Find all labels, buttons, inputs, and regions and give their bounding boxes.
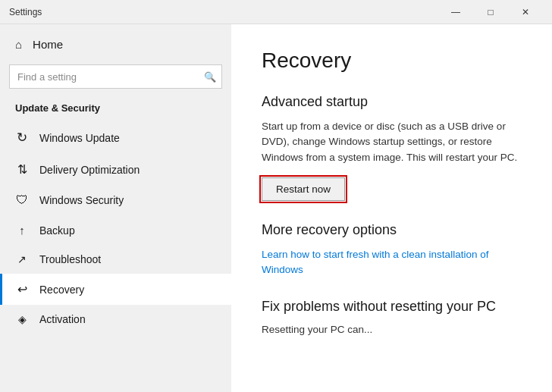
troubleshoot-icon: ↗: [15, 253, 29, 265]
sidebar-item-label: Troubleshoot: [39, 253, 101, 265]
clean-install-link[interactable]: Learn how to start fresh with a clean in…: [262, 247, 522, 278]
sidebar-item-home[interactable]: ⌂ Home: [0, 30, 231, 58]
refresh-icon: ↻: [15, 130, 29, 146]
sidebar-item-label: Windows Security: [39, 194, 124, 206]
home-icon: ⌂: [15, 38, 22, 51]
advanced-startup-title: Advanced startup: [262, 94, 522, 110]
sidebar-home-label: Home: [33, 38, 63, 51]
sidebar-item-troubleshoot[interactable]: ↗ Troubleshoot: [0, 245, 231, 274]
sidebar-item-windows-security[interactable]: 🛡 Windows Security: [0, 185, 231, 215]
minimize-button[interactable]: —: [438, 0, 473, 24]
sidebar-item-recovery[interactable]: ↩ Recovery: [0, 274, 231, 305]
shield-icon: 🛡: [15, 193, 29, 207]
app-body: ⌂ Home 🔍 Update & Security ↻ Windows Upd…: [0, 24, 552, 392]
sidebar-item-activation[interactable]: ◈ Activation: [0, 305, 231, 334]
sidebar: ⌂ Home 🔍 Update & Security ↻ Windows Upd…: [0, 24, 231, 392]
sidebar-item-label: Delivery Optimization: [39, 164, 140, 176]
advanced-startup-description: Start up from a device or disc (such as …: [262, 119, 522, 165]
sidebar-item-label: Activation: [39, 313, 86, 325]
sidebar-item-windows-update[interactable]: ↻ Windows Update: [0, 121, 231, 154]
fix-problems-description: Resetting your PC can...: [262, 322, 522, 337]
close-button[interactable]: ✕: [508, 0, 543, 24]
title-bar: Settings — □ ✕: [0, 0, 552, 24]
recovery-icon: ↩: [15, 282, 29, 296]
fix-problems-title: Fix problems without resetting your PC: [262, 299, 522, 315]
sidebar-item-backup[interactable]: ↑ Backup: [0, 215, 231, 245]
sidebar-item-label: Windows Update: [39, 132, 120, 144]
page-title: Recovery: [262, 49, 522, 73]
search-input[interactable]: [9, 64, 222, 89]
sidebar-section-label: Update & Security: [0, 98, 231, 121]
delivery-icon: ⇅: [15, 162, 29, 177]
restart-now-button[interactable]: Restart now: [262, 177, 345, 201]
sidebar-item-label: Recovery: [39, 284, 84, 296]
sidebar-item-label: Backup: [39, 224, 75, 237]
search-icon: 🔍: [204, 71, 216, 83]
activation-icon: ◈: [15, 313, 29, 325]
window-controls: — □ ✕: [438, 0, 543, 24]
sidebar-search: 🔍: [9, 64, 222, 89]
sidebar-item-delivery-optimization[interactable]: ⇅ Delivery Optimization: [0, 154, 231, 185]
app-title: Settings: [9, 7, 438, 17]
maximize-button[interactable]: □: [473, 0, 508, 24]
content-area: Recovery Advanced startup Start up from …: [231, 24, 552, 392]
more-options-title: More recovery options: [262, 222, 522, 238]
backup-icon: ↑: [15, 224, 29, 237]
